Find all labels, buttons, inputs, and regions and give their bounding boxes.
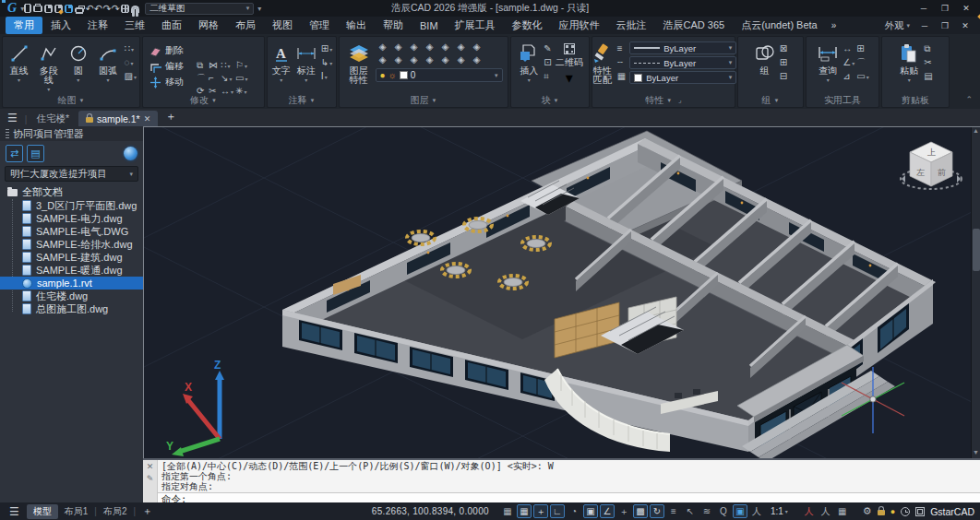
doc-tab-sample1[interactable]: sample.1* ✕ xyxy=(78,111,158,126)
layer-prev-icon[interactable]: ◈ xyxy=(454,41,470,53)
file-item[interactable]: SAMPLE-电力.dwg xyxy=(0,212,143,225)
tab-apps[interactable]: 应用软件 xyxy=(551,17,608,34)
color-select[interactable]: ByLayer ▾ xyxy=(629,71,736,84)
snap-track-icon[interactable]: ∠ xyxy=(600,504,615,518)
ellipse-icon[interactable]: ◌▾ xyxy=(125,56,137,69)
scale-icon[interactable]: ↘▾ xyxy=(221,72,233,85)
table-icon[interactable]: ⊞▾ xyxy=(321,42,332,55)
file-item[interactable]: SAMPLE-暖通.dwg xyxy=(0,264,143,277)
scrollbar-thumb[interactable] xyxy=(973,229,980,271)
qr-code-button[interactable]: 二维码 ▾ xyxy=(556,40,583,87)
project-select[interactable]: 明仁大厦改造提升项目 ▾ xyxy=(5,166,138,182)
line-button[interactable]: 直线 ▾ xyxy=(6,40,32,83)
file-item[interactable]: 3_D区门厅平面图.dwg xyxy=(0,199,143,212)
layer-thaw-icon[interactable]: ◈ xyxy=(391,53,407,66)
annotation-auto-icon[interactable]: 人 xyxy=(802,504,817,518)
command-close-icon[interactable]: ✕ xyxy=(147,463,154,471)
cloud-logo-icon[interactable] xyxy=(124,147,137,160)
snap-icon[interactable]: ▦ xyxy=(517,504,532,518)
id-point-icon[interactable]: ⊿ xyxy=(843,70,855,83)
osnap-3d-icon[interactable]: ▩ xyxy=(633,504,648,518)
layer-select[interactable]: ● ☼ 0 ▾ xyxy=(376,68,503,82)
tab-express[interactable]: 扩展工具 xyxy=(447,17,504,34)
block-attach-icon[interactable]: ⌗ xyxy=(544,70,552,83)
hatch-icon[interactable]: ▨▾ xyxy=(125,70,137,83)
flag-icon[interactable]: ⚐▾ xyxy=(235,59,247,72)
tab-3d[interactable]: 三维 xyxy=(116,17,153,34)
layer-walk-icon[interactable]: ◈ xyxy=(470,41,485,53)
isolate-objects-bulb-icon[interactable]: ● xyxy=(890,507,895,516)
copy-icon[interactable]: ⧉ xyxy=(197,59,207,72)
rotate-icon[interactable]: ⟳ xyxy=(197,85,207,98)
copy-clip-icon[interactable]: ⧉ xyxy=(924,42,933,55)
tab-bim[interactable]: BIM xyxy=(412,18,447,33)
move-button[interactable]: 移动 xyxy=(149,75,184,90)
command-history[interactable]: [全部(A)/中心(C)/动态(D)/范围(E)/上一个(P)/比例(S)/窗口… xyxy=(158,460,980,493)
settings-gear-icon[interactable]: ⚙ xyxy=(863,505,872,517)
layer-cur-icon[interactable]: ◈ xyxy=(423,53,438,66)
status-menu-icon[interactable]: ☰ xyxy=(6,505,23,518)
panel-block-label[interactable]: 块▼ xyxy=(511,93,589,107)
hardware-accel-icon[interactable]: ▣ xyxy=(733,504,747,518)
file-item[interactable]: SAMPLE-电气.DWG xyxy=(0,225,143,238)
panel-draw-label[interactable]: 绘图▼ xyxy=(3,93,139,107)
tab-help[interactable]: 帮助 xyxy=(375,17,412,34)
array-icon[interactable]: ∷▾ xyxy=(221,59,233,72)
group-button[interactable]: 组 xyxy=(753,40,777,76)
doc-tabs-menu-icon[interactable]: ☰ xyxy=(4,112,23,126)
arc-button[interactable]: 圆弧 ▾ xyxy=(94,40,121,83)
layer-iso-icon[interactable]: ◈ xyxy=(407,41,423,53)
tabs-overflow-icon[interactable]: » xyxy=(826,20,843,30)
region-icon[interactable]: ▭▾ xyxy=(856,70,868,83)
selection-cycling-icon[interactable]: ≋ xyxy=(699,504,714,518)
layer-freeze-icon[interactable]: ◈ xyxy=(391,41,407,53)
panel-layers-label[interactable]: 图层▼ xyxy=(340,93,508,107)
new-document-button[interactable]: ▤ xyxy=(27,145,44,162)
panel-group-label[interactable]: 组▼ xyxy=(738,93,803,107)
clean-screen-icon[interactable] xyxy=(915,507,925,516)
tab-annotate[interactable]: 注释 xyxy=(79,17,116,34)
cut-icon[interactable]: ✂ xyxy=(924,56,933,69)
restore-button[interactable]: ❐ xyxy=(935,2,955,16)
appearance-menu[interactable]: 外观 ▾ xyxy=(880,19,914,32)
file-item[interactable]: SAMPLE-建筑.dwg xyxy=(0,251,143,264)
ortho-icon[interactable]: ∟ xyxy=(550,504,565,518)
layout1-tab[interactable]: 布局1 xyxy=(62,505,91,518)
save-as-icon[interactable] xyxy=(54,5,63,13)
undo-icon[interactable] xyxy=(86,2,102,16)
tab-parametric[interactable]: 参数化 xyxy=(504,17,551,34)
workspace-select[interactable]: 二维草图 ▾ xyxy=(145,3,254,15)
tab-pointcloud[interactable]: 点云(undet) Beta xyxy=(733,17,826,34)
tab-view[interactable]: 视图 xyxy=(264,17,301,34)
layer-merge-icon[interactable]: ◈ xyxy=(438,53,454,66)
scroll-up-icon[interactable]: ▲ xyxy=(973,127,979,136)
doc-tab-close-icon[interactable]: ✕ xyxy=(144,114,151,124)
annotation-scale-select[interactable]: 1:1 ▾ xyxy=(768,506,791,516)
circle-button[interactable]: 圆 ▾ xyxy=(65,40,91,83)
align-icon[interactable]: ▭▾ xyxy=(235,72,247,85)
annotation-vis-icon[interactable]: 人 xyxy=(819,504,833,518)
layout2-tab[interactable]: 布局2 xyxy=(101,505,130,518)
panel-properties-label[interactable]: 特性▼ ⌟ xyxy=(592,93,735,107)
new-file-icon[interactable] xyxy=(24,4,31,13)
tab-output[interactable]: 输出 xyxy=(338,17,375,34)
sync-project-button[interactable]: ⇄ xyxy=(6,145,23,162)
close-button[interactable]: ✕ xyxy=(956,2,976,16)
layer-lock-icon[interactable]: ◈ xyxy=(423,41,438,53)
redo-icon[interactable] xyxy=(103,2,119,16)
offset-button[interactable]: 偏移 xyxy=(149,59,184,75)
model-tab[interactable]: 模型 xyxy=(27,504,58,519)
group-select-icon[interactable]: ⊟ xyxy=(780,70,788,83)
tab-manage[interactable]: 管理 xyxy=(301,17,338,34)
inquiry-button[interactable]: 查询 ▾ xyxy=(816,40,840,83)
mirror-icon[interactable]: ⋈ xyxy=(209,59,219,72)
snap-center-icon[interactable]: ＋ xyxy=(616,504,631,518)
linetype-list-icon[interactable]: ╌ xyxy=(617,56,627,69)
calculator-icon[interactable]: ⊞ xyxy=(856,42,868,55)
explode-icon[interactable]: ✳▾ xyxy=(235,85,247,98)
tab-insert[interactable]: 插入 xyxy=(42,17,79,34)
fillet-icon[interactable]: ⌒ xyxy=(197,72,207,85)
command-edit-icon[interactable]: ✎ xyxy=(147,475,154,483)
panel-utilities-label[interactable]: 实用工具 xyxy=(807,93,878,107)
angle-icon[interactable]: ∠▾ xyxy=(843,56,855,69)
